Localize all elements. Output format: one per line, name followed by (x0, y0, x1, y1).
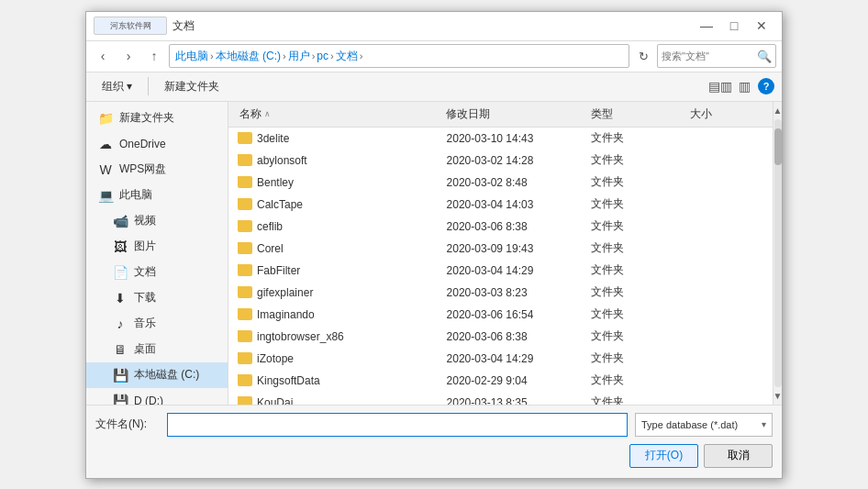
minimize-button[interactable]: — (694, 17, 719, 35)
file-list[interactable]: 3delite2020-03-10 14:43文件夹abylonsoft2020… (228, 128, 773, 405)
main-area: 📁新建文件夹☁OneDriveWWPS网盘💻此电脑📹视频🖼图片📄文档⬇下载♪音乐… (86, 102, 782, 405)
folder-icon (238, 396, 252, 405)
file-date: 2020-03-04 14:29 (443, 352, 588, 365)
sidebar-icon-drive-d: 💾 (112, 393, 128, 405)
sidebar-label-this-pc: 此电脑 (119, 187, 152, 203)
table-row[interactable]: abylonsoft2020-03-02 14:28文件夹 (228, 150, 773, 172)
forward-button[interactable]: › (117, 45, 139, 67)
search-icon[interactable]: 🔍 (757, 50, 772, 63)
table-row[interactable]: Bentley2020-03-02 8:48文件夹 (228, 172, 773, 194)
filename-label: 文件名(N): (95, 417, 160, 432)
maximize-button[interactable]: □ (721, 17, 747, 35)
breadcrumb-item-3[interactable]: pc (317, 50, 328, 62)
file-date: 2020-03-06 8:38 (443, 220, 588, 233)
view-details-button[interactable]: ▤▥ (710, 76, 730, 96)
table-row[interactable]: Corel2020-03-09 19:43文件夹 (228, 238, 773, 260)
sidebar-label-desktop: 桌面 (134, 341, 156, 357)
table-row[interactable]: ceflib2020-03-06 8:38文件夹 (228, 216, 773, 238)
folder-icon (238, 352, 252, 364)
file-date: 2020-03-02 8:48 (443, 176, 588, 189)
table-row[interactable]: Imaginando2020-03-06 16:54文件夹 (228, 304, 773, 326)
col-header-name[interactable]: 名称 ∧ (234, 106, 440, 122)
title-bar: 河东软件网 文档 — □ ✕ (86, 12, 782, 41)
table-row[interactable]: CalcTape2020-03-04 14:03文件夹 (228, 194, 773, 216)
breadcrumb-item-2[interactable]: 用户 (288, 49, 310, 64)
sidebar-label-local-c: 本地磁盘 (C:) (134, 367, 199, 383)
help-button[interactable]: ? (758, 78, 774, 94)
table-row[interactable]: ingtobrowser_x862020-03-06 8:38文件夹 (228, 326, 773, 348)
file-date: 2020-02-29 9:04 (443, 374, 588, 387)
scroll-down-arrow[interactable]: ▼ (772, 389, 782, 403)
table-row[interactable]: KingsoftData2020-02-29 9:04文件夹 (228, 370, 773, 392)
title-bar-left: 河东软件网 文档 (94, 17, 195, 35)
refresh-button[interactable]: ↻ (633, 46, 653, 66)
col-header-type[interactable]: 类型 (585, 106, 685, 122)
search-input[interactable] (662, 50, 757, 61)
file-type: 文件夹 (587, 328, 686, 344)
up-button[interactable]: ↑ (143, 45, 165, 67)
filetype-label: Type database (*.dat) (641, 419, 738, 430)
sidebar-icon-local-c: 💾 (112, 367, 128, 383)
search-box: 🔍 (657, 44, 776, 68)
scroll-track (774, 119, 782, 387)
sidebar-item-wps-cloud[interactable]: WWPS网盘 (86, 157, 228, 183)
table-row[interactable]: gifexplainer2020-03-03 8:23文件夹 (228, 282, 773, 304)
folder-icon (238, 330, 252, 342)
breadcrumb[interactable]: 此电脑 › 本地磁盘 (C:) › 用户 › pc › 文档 › (169, 44, 629, 68)
file-list-area: 名称 ∧ 修改日期 类型 大小 3delite2020-03-10 14:43文… (228, 102, 773, 405)
sidebar-item-video[interactable]: 📹视频 (86, 208, 228, 234)
file-type: 文件夹 (587, 240, 686, 256)
sidebar-item-onedrive[interactable]: ☁OneDrive (86, 131, 228, 157)
sidebar-item-download[interactable]: ⬇下载 (86, 285, 228, 311)
sidebar-item-picture[interactable]: 🖼图片 (86, 234, 228, 260)
sidebar-item-music[interactable]: ♪音乐 (86, 311, 228, 337)
sidebar-label-music: 音乐 (134, 316, 156, 331)
file-type: 文件夹 (587, 284, 686, 300)
breadcrumb-item-0[interactable]: 此电脑 (175, 49, 208, 64)
title-bar-controls: — □ ✕ (694, 17, 774, 35)
view-pane-button[interactable]: ▥ (734, 76, 754, 96)
sidebar-icon-music: ♪ (112, 316, 128, 332)
table-row[interactable]: KouDai2020-03-13 8:35文件夹 (228, 392, 773, 405)
scroll-up-arrow[interactable]: ▲ (772, 104, 782, 117)
file-name: abylonsoft (257, 154, 307, 167)
col-header-date[interactable]: 修改日期 (440, 106, 584, 122)
breadcrumb-item-1[interactable]: 本地磁盘 (C:) (216, 49, 281, 64)
table-row[interactable]: FabFilter2020-03-04 14:29文件夹 (228, 260, 773, 282)
address-bar: ‹ › ↑ 此电脑 › 本地磁盘 (C:) › 用户 › pc › 文档 › ↻… (86, 41, 782, 72)
new-folder-button[interactable]: 新建文件夹 (156, 75, 228, 97)
filetype-dropdown[interactable]: Type database (*.dat) ▾ (635, 413, 773, 437)
toolbar: 组织 ▾ 新建文件夹 ▤▥ ▥ ? (86, 72, 782, 102)
sidebar-item-drive-d[interactable]: 💾D (D:) (86, 388, 228, 405)
folder-icon (238, 154, 252, 166)
sidebar-item-docs[interactable]: 📄文档 (86, 260, 228, 285)
filename-row: 文件名(N): Type database (*.dat) ▾ (95, 413, 773, 437)
table-row[interactable]: iZotope2020-03-04 14:29文件夹 (228, 348, 773, 370)
sidebar-icon-desktop: 🖥 (112, 341, 128, 358)
col-header-size[interactable]: 大小 (684, 106, 767, 122)
breadcrumb-item-4[interactable]: 文档 (336, 49, 358, 64)
sidebar-item-desktop[interactable]: 🖥桌面 (86, 337, 228, 362)
action-row: 打开(O) 取消 (95, 444, 773, 468)
table-row[interactable]: 3delite2020-03-10 14:43文件夹 (228, 128, 773, 150)
folder-icon (238, 308, 252, 320)
open-button[interactable]: 打开(O) (629, 444, 698, 468)
scroll-thumb[interactable] (774, 128, 782, 165)
filename-input[interactable] (172, 418, 623, 431)
main-scrollbar[interactable]: ▲ ▼ (773, 102, 782, 405)
toolbar-right: ▤▥ ▥ ? (710, 76, 774, 96)
file-name: Imaginando (257, 308, 315, 321)
back-button[interactable]: ‹ (92, 45, 114, 67)
sidebar-item-new-folder[interactable]: 📁新建文件夹 (86, 106, 228, 131)
close-button[interactable]: ✕ (749, 17, 774, 35)
sidebar-item-local-c[interactable]: 💾本地磁盘 (C:) (86, 362, 228, 388)
file-type: 文件夹 (587, 174, 686, 190)
file-date: 2020-03-04 14:29 (443, 264, 588, 277)
cancel-button[interactable]: 取消 (704, 444, 773, 468)
organize-button[interactable]: 组织 ▾ (94, 75, 140, 97)
file-list-header: 名称 ∧ 修改日期 类型 大小 (228, 102, 773, 128)
sidebar-item-this-pc[interactable]: 💻此电脑 (86, 183, 228, 208)
file-type: 文件夹 (587, 152, 686, 168)
sidebar-icon-onedrive: ☁ (97, 136, 114, 152)
file-date: 2020-03-09 19:43 (443, 242, 588, 255)
